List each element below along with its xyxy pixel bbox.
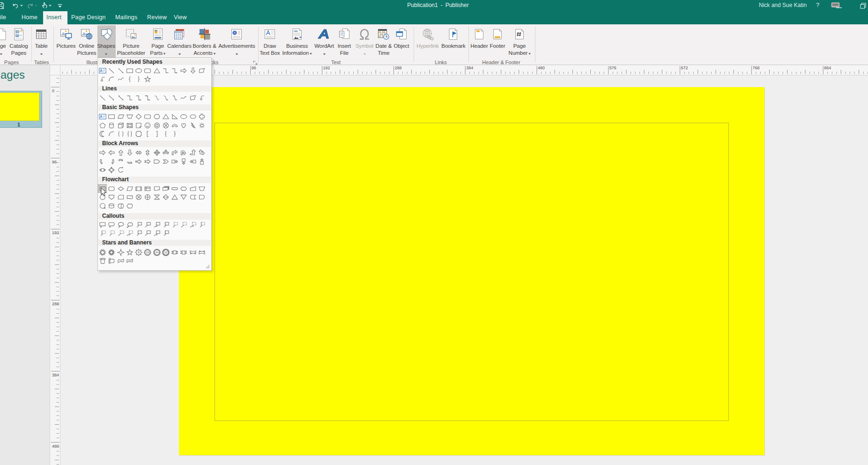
svg-text:192: 192 (323, 66, 330, 70)
svg-text:8: 8 (138, 251, 140, 254)
svg-text:0: 0 (52, 89, 54, 93)
svg-text:480: 480 (52, 444, 59, 449)
svg-text:96: 96 (252, 66, 256, 70)
svg-text:480: 480 (538, 66, 545, 70)
svg-text:384: 384 (52, 373, 59, 377)
svg-text:96: 96 (52, 160, 57, 164)
svg-text:576: 576 (609, 66, 616, 70)
svg-text:672: 672 (681, 66, 688, 70)
svg-text:192: 192 (52, 230, 59, 235)
svg-text:384: 384 (466, 66, 473, 70)
svg-text:288: 288 (394, 66, 401, 70)
svg-text:768: 768 (752, 66, 759, 70)
svg-text:32: 32 (164, 251, 168, 254)
svg-text:288: 288 (52, 302, 59, 306)
svg-text:16: 16 (146, 251, 149, 254)
svg-text:864: 864 (824, 66, 831, 70)
svg-text:24: 24 (155, 251, 158, 254)
